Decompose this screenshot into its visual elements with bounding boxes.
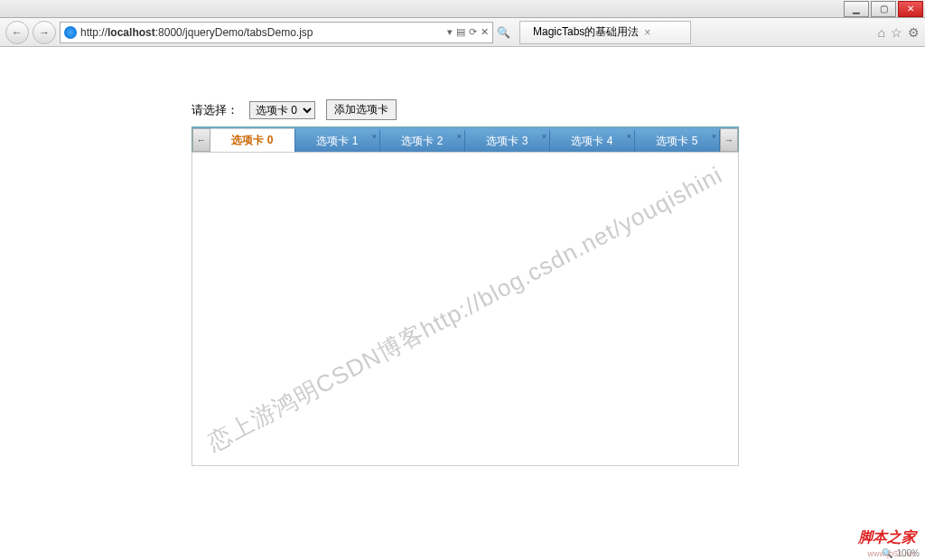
url-dropdown-icon[interactable]: ▾ (447, 26, 453, 38)
url-host: localhost (107, 26, 155, 39)
select-label: 请选择： (192, 102, 238, 118)
url-rest: :8000/jqueryDemo/tabsDemo.jsp (155, 26, 313, 39)
tab-select[interactable]: 选项卡 0 (249, 101, 315, 119)
control-row: 请选择： 选项卡 0 添加选项卡 (192, 99, 397, 120)
scroll-right-button[interactable]: → (720, 128, 738, 152)
watermark-text: 恋上游鸿明CSDN博客http://blog.csdn.net/youqishi… (202, 159, 728, 458)
tab-close-icon[interactable]: × (627, 132, 631, 141)
tab-label: 选项卡 1 (316, 134, 358, 149)
maximize-button[interactable]: ▢ (871, 1, 896, 17)
back-button[interactable]: ← (5, 21, 29, 44)
url-prefix: http:// (80, 26, 107, 39)
forward-button[interactable]: → (33, 21, 56, 44)
tab-item-2[interactable]: 选项卡 2× (380, 130, 465, 152)
tab-title: MagicTabs的基础用法 (533, 24, 639, 40)
tab-item-5[interactable]: 选项卡 5× (635, 130, 720, 152)
tab-strip: ← 选项卡 0选项卡 1×选项卡 2×选项卡 3×选项卡 4×选项卡 5× → (192, 126, 739, 152)
favorites-icon[interactable]: ☆ (891, 25, 902, 40)
address-bar[interactable]: http://localhost:8000/jqueryDemo/tabsDem… (60, 22, 493, 43)
tab-item-1[interactable]: 选项卡 1× (295, 130, 380, 152)
tab-label: 选项卡 4 (571, 134, 612, 149)
minimize-button[interactable]: ▁ (844, 1, 869, 17)
ie-icon (64, 26, 77, 39)
zoom-icon[interactable]: 🔍 (882, 548, 892, 558)
compat-icon[interactable]: ▤ (456, 26, 465, 38)
tab-close-icon[interactable]: × (372, 132, 377, 141)
tab-item-4[interactable]: 选项卡 4× (550, 130, 635, 152)
tab-close-icon[interactable]: × (644, 26, 650, 39)
tab-content-panel: 恋上游鸿明CSDN博客http://blog.csdn.net/youqishi… (192, 152, 739, 466)
tab-label: 选项卡 3 (486, 134, 528, 149)
tabs-widget: ← 选项卡 0选项卡 1×选项卡 2×选项卡 3×选项卡 4×选项卡 5× → … (192, 126, 739, 466)
page-body: 请选择： 选项卡 0 添加选项卡 ← 选项卡 0选项卡 1×选项卡 2×选项卡 … (0, 47, 925, 560)
refresh-icon[interactable]: ⟳ (469, 26, 477, 38)
tab-item-3[interactable]: 选项卡 3× (465, 130, 550, 152)
tools-icon[interactable]: ⚙ (908, 25, 920, 40)
search-icon[interactable]: 🔍 (497, 26, 510, 39)
stop-icon[interactable]: ✕ (481, 26, 489, 38)
window-titlebar: ▁ ▢ ✕ (0, 0, 925, 18)
home-icon[interactable]: ⌂ (878, 25, 885, 40)
content-area: 请选择： 选项卡 0 添加选项卡 ← 选项卡 0选项卡 1×选项卡 2×选项卡 … (0, 47, 925, 560)
zoom-level[interactable]: 100% (896, 548, 920, 558)
add-tab-button[interactable]: 添加选项卡 (326, 99, 397, 120)
tab-close-icon[interactable]: × (542, 132, 547, 141)
tab-label: 选项卡 2 (401, 134, 443, 149)
tab-item-0[interactable]: 选项卡 0 (210, 128, 295, 152)
site-logo: 脚本之家 (858, 528, 916, 547)
close-button[interactable]: ✕ (898, 1, 923, 17)
toolbar-right-icons: ⌂ ☆ ⚙ (878, 25, 920, 40)
browser-toolbar: ← → http://localhost:8000/jqueryDemo/tab… (0, 18, 925, 47)
tab-close-icon[interactable]: × (712, 132, 716, 141)
browser-tab[interactable]: MagicTabs的基础用法 × (519, 21, 691, 44)
tab-label: 选项卡 0 (231, 133, 273, 148)
status-bar: 🔍 100% (882, 548, 920, 558)
scroll-left-button[interactable]: ← (192, 128, 210, 152)
tab-close-icon[interactable]: × (457, 132, 462, 141)
tab-label: 选项卡 5 (656, 134, 697, 149)
